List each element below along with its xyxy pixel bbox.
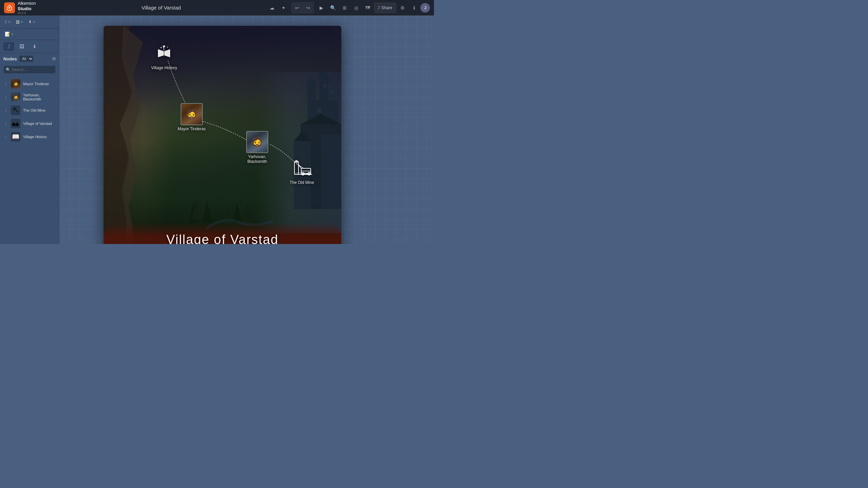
play-button[interactable]: ▶ [317, 3, 327, 13]
canvas-area[interactable]: ✦ ✦ ✦ Village History 🧔 Mayor Tinderas [59, 16, 434, 244]
history-avatar: 📖 [11, 132, 20, 142]
download-tool-icon: ⬇ [29, 20, 32, 24]
list-item[interactable]: 1 📖 Village History [1, 130, 58, 143]
header: Alkemion Studio v0.6.6 Village of Varsta… [0, 0, 434, 16]
mine-avatar: ⛏ [11, 106, 20, 115]
node-name: Mayor Tinderas [23, 82, 54, 86]
redo-button[interactable]: ↪ [303, 3, 313, 13]
svg-rect-4 [307, 78, 310, 82]
user-avatar[interactable]: J [420, 3, 430, 13]
download-tool-button[interactable]: ⬇ + [27, 18, 37, 25]
note-tool-button[interactable]: 📝 + [3, 31, 15, 38]
search-input[interactable] [3, 65, 56, 74]
svg-text:✦: ✦ [167, 46, 168, 48]
list-item[interactable]: 1 🏘 Village of Varstad [1, 117, 58, 130]
undo-redo-group: ↩ ↪ [291, 2, 314, 14]
svg-marker-21 [233, 202, 241, 223]
node-list: 1 🧔 Mayor Tinderas 1 🧔 Yarhovan, Blacksm… [0, 75, 59, 244]
map-background: ✦ ✦ ✦ Village History 🧔 Mayor Tinderas [104, 26, 341, 244]
nodes-label: Nodes [3, 56, 17, 61]
svg-rect-11 [318, 107, 321, 112]
svg-point-36 [296, 161, 297, 162]
search-button[interactable]: 🔍 [328, 3, 338, 13]
table-button[interactable]: ⊞ [340, 3, 350, 13]
header-actions: ☁ ✦ ↩ ↪ ▶ 🔍 ⊞ ◎ 🗺 ⤴ Share ⚙ ℹ J [263, 2, 434, 14]
svg-rect-5 [311, 78, 313, 82]
cursor-button[interactable]: ✦ [278, 3, 289, 13]
share-label: Share [381, 5, 392, 10]
search-icon: 🔍 [6, 68, 11, 72]
share-tool-icon: ⤴ [5, 20, 7, 24]
note-icon: 📝 [5, 32, 10, 37]
mayor-avatar: 🧔 [11, 79, 20, 89]
node-name: Village of Varstad [23, 121, 54, 126]
svg-line-37 [296, 164, 304, 168]
svg-marker-19 [202, 201, 212, 223]
svg-text:✦: ✦ [159, 50, 160, 52]
share-button[interactable]: ⤴ Share [374, 3, 396, 13]
svg-rect-8 [327, 72, 330, 76]
nodes-filter[interactable]: All [19, 55, 34, 62]
map-button[interactable]: 🗺 [363, 3, 373, 13]
map-node-mayor[interactable]: 🧔 Mayor Tinderas [178, 103, 206, 131]
list-item[interactable]: 1 🧔 Yarhovan, Blacksmith [1, 91, 58, 104]
header-title: Village of Varstad [59, 5, 263, 11]
village-avatar: 🏘 [11, 119, 20, 128]
map-title-banner: Village of Varstad [104, 223, 341, 244]
image-tool-button[interactable]: 🖼 + [15, 18, 25, 25]
info-button[interactable]: ℹ [409, 3, 419, 13]
cloud-button[interactable]: ☁ [267, 3, 277, 13]
app-logo-icon [4, 2, 15, 13]
tab-share[interactable]: ⤴ [3, 42, 14, 51]
mayor-label: Mayor Tinderas [178, 127, 206, 131]
main-area: ⤴ + 🖼 + ⬇ + 📝 + ⤴ 🖼 ⬇ Nodes [0, 16, 434, 244]
svg-text:✦: ✦ [160, 46, 162, 49]
map-node-yarhovan[interactable]: 🧔 Yarhovan,Blacksmith [246, 131, 268, 164]
settings-button[interactable]: ⚙ [397, 3, 408, 13]
map-node-village-history[interactable]: ✦ ✦ ✦ Village History [151, 44, 177, 70]
image-tool-icon: 🖼 [16, 20, 20, 24]
logo-text: Alkemion Studio v0.6.6 [18, 1, 36, 15]
node-name: Yarhovan, Blacksmith [23, 93, 54, 101]
tab-image[interactable]: 🖼 [16, 42, 27, 51]
sidebar-tab-row: ⤴ 🖼 ⬇ [0, 40, 59, 53]
sidebar-toolbar: ⤴ + 🖼 + ⬇ + [0, 16, 59, 29]
connections-button[interactable]: ◎ [351, 3, 361, 13]
undo-button[interactable]: ↩ [292, 3, 302, 13]
nodes-grid-toggle[interactable]: ⊞ [52, 56, 56, 61]
old-mine-label: The Old Mine [290, 180, 314, 185]
village-history-icon: ✦ ✦ ✦ [155, 44, 173, 64]
list-item[interactable]: 1 🧔 Mayor Tinderas [1, 77, 58, 90]
mayor-portrait: 🧔 [181, 103, 203, 125]
list-item[interactable]: 1 ⛏ The Old Mine [1, 104, 58, 117]
node-name: The Old Mine [23, 108, 54, 112]
sidebar-icons-row: 📝 + [0, 29, 59, 40]
svg-rect-9 [323, 83, 326, 88]
svg-rect-10 [331, 90, 334, 94]
svg-rect-6 [319, 72, 322, 76]
logo-area: Alkemion Studio v0.6.6 [0, 1, 59, 15]
yarhovan-avatar: 🧔 [11, 92, 20, 102]
old-mine-icon [292, 158, 312, 179]
map-container: ✦ ✦ ✦ Village History 🧔 Mayor Tinderas [104, 26, 341, 244]
svg-rect-14 [321, 134, 341, 209]
yarhovan-portrait: 🧔 [246, 131, 268, 153]
map-title-text: Village of Varstad [166, 232, 278, 244]
yarhovan-label: Yarhovan,Blacksmith [247, 154, 267, 164]
sidebar-nodes-header: Nodes All ⊞ [0, 53, 59, 64]
map-node-old-mine[interactable]: The Old Mine [290, 158, 314, 185]
share-icon: ⤴ [378, 5, 380, 10]
tab-download[interactable]: ⬇ [29, 42, 40, 51]
node-name: Village History [23, 135, 54, 139]
sidebar-search-wrapper: 🔍 [0, 64, 59, 75]
svg-rect-7 [323, 72, 326, 76]
sidebar: ⤴ + 🖼 + ⬇ + 📝 + ⤴ 🖼 ⬇ Nodes [0, 16, 59, 244]
share-tool-button[interactable]: ⤴ + [3, 18, 12, 25]
svg-marker-22 [243, 202, 253, 223]
village-history-label: Village History [151, 65, 177, 70]
